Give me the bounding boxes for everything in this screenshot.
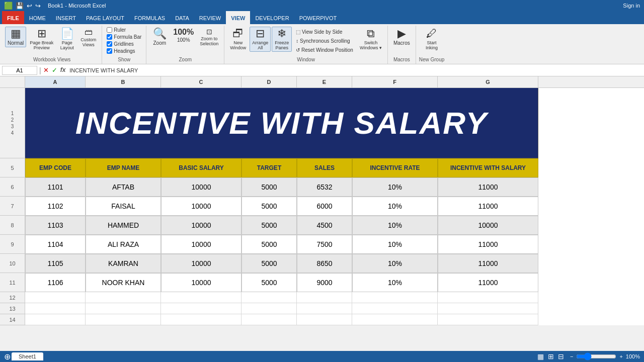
page-break-preview-button[interactable]: ⊞ Page BreakPreview [27, 27, 56, 52]
reset-window-button[interactable]: ↺ Reset Window Position [293, 46, 356, 54]
row-num-5[interactable]: 5 [0, 158, 25, 177]
cell-g13[interactable] [438, 303, 538, 314]
cell-d12[interactable] [242, 292, 297, 303]
cell-e12[interactable] [297, 292, 352, 303]
cell-b8[interactable]: HAMMED [86, 216, 161, 235]
cell-a14[interactable] [25, 314, 86, 325]
row-num-10[interactable]: 10 [0, 254, 25, 273]
tab-home[interactable]: HOME [24, 11, 51, 24]
row-num-8[interactable]: 8 [0, 216, 25, 235]
save-icon[interactable]: 💾 [16, 2, 24, 10]
cell-c10[interactable]: 10000 [161, 254, 242, 273]
cell-f14[interactable] [352, 314, 438, 325]
cell-c8[interactable]: 10000 [161, 216, 242, 235]
cell-b14[interactable] [86, 314, 161, 325]
cell-c12[interactable] [161, 292, 242, 303]
row-num-11[interactable]: 11 [0, 273, 25, 292]
headings-input[interactable] [107, 48, 112, 54]
cell-e8[interactable]: 4500 [297, 216, 352, 235]
tab-page-layout[interactable]: PAGE LAYOUT [81, 11, 129, 24]
cell-b12[interactable] [86, 292, 161, 303]
zoom-100-button[interactable]: 100% 100% [171, 27, 196, 44]
cell-e14[interactable] [297, 314, 352, 325]
cell-d7[interactable]: 5000 [242, 197, 297, 216]
cell-g11[interactable]: 11000 [438, 273, 538, 292]
start-inking-button[interactable]: 🖊 StartInking [422, 27, 442, 52]
cell-d9[interactable]: 5000 [242, 235, 297, 254]
cell-a10[interactable]: 1105 [25, 254, 86, 273]
sign-in-button[interactable]: Sign in [623, 3, 640, 9]
cell-b6[interactable]: AFTAB [86, 177, 161, 197]
cell-e11[interactable]: 9000 [297, 273, 352, 292]
cell-a6[interactable]: 1101 [25, 177, 86, 197]
formula-fx-icon[interactable]: fx [60, 66, 66, 74]
cell-a11[interactable]: 1106 [25, 273, 86, 292]
cell-f9[interactable]: 10% [352, 235, 438, 254]
zoom-button[interactable]: 🔍 Zoom [149, 27, 170, 47]
cell-f7[interactable]: 10% [352, 197, 438, 216]
col-header-d[interactable]: D [242, 76, 297, 87]
cell-c6[interactable]: 10000 [161, 177, 242, 197]
col-header-a[interactable]: A [25, 76, 86, 87]
cell-g10[interactable]: 11000 [438, 254, 538, 273]
cell-f12[interactable] [352, 292, 438, 303]
formula-bar-checkbox[interactable]: Formula Bar [105, 34, 143, 40]
tab-developer[interactable]: DEVELOPER [250, 11, 294, 24]
ruler-checkbox[interactable]: Ruler [105, 27, 143, 33]
header-emp-name[interactable]: EMP NAME [86, 158, 161, 177]
cell-e9[interactable]: 7500 [297, 235, 352, 254]
tab-review[interactable]: REVIEW [194, 11, 226, 24]
cell-d13[interactable] [242, 303, 297, 314]
cell-f6[interactable]: 10% [352, 177, 438, 197]
row-num-12[interactable]: 12 [0, 292, 25, 303]
row-num-7[interactable]: 7 [0, 197, 25, 216]
undo-icon[interactable]: ↩ [27, 2, 32, 10]
cell-g8[interactable]: 10000 [438, 216, 538, 235]
col-header-f[interactable]: F [352, 76, 438, 87]
header-basic-salary[interactable]: BASIC SALARY [161, 158, 242, 177]
header-emp-code[interactable]: EMP CODE [25, 158, 86, 177]
cell-c13[interactable] [161, 303, 242, 314]
col-header-g[interactable]: G [438, 76, 538, 87]
header-sales[interactable]: SALES [297, 158, 352, 177]
cell-f11[interactable]: 10% [352, 273, 438, 292]
tab-file[interactable]: FILE [2, 11, 24, 24]
view-side-by-side-button[interactable]: ⬚ View Side by Side [293, 28, 356, 36]
synchronous-scrolling-button[interactable]: ↕ Synchronous Scrolling [293, 37, 356, 45]
row-num-1-4[interactable]: 1234 [0, 88, 25, 158]
cell-c9[interactable]: 10000 [161, 235, 242, 254]
header-target[interactable]: TARGET [242, 158, 297, 177]
tab-formulas[interactable]: FORMULAS [129, 11, 170, 24]
cell-f10[interactable]: 10% [352, 254, 438, 273]
cell-c7[interactable]: 10000 [161, 197, 242, 216]
cell-c14[interactable] [161, 314, 242, 325]
redo-icon[interactable]: ↪ [35, 2, 41, 10]
cell-b11[interactable]: NOOR KHAN [86, 273, 161, 292]
cell-a9[interactable]: 1104 [25, 235, 86, 254]
gridlines-checkbox[interactable]: Gridlines [105, 41, 143, 47]
tab-insert[interactable]: INSERT [51, 11, 81, 24]
cell-a7[interactable]: 1102 [25, 197, 86, 216]
cell-d14[interactable] [242, 314, 297, 325]
cell-e13[interactable] [297, 303, 352, 314]
page-layout-button[interactable]: 📄 PageLayout [57, 27, 77, 52]
name-box[interactable] [2, 66, 37, 75]
cell-g12[interactable] [438, 292, 538, 303]
cell-b10[interactable]: KAMRAN [86, 254, 161, 273]
formula-bar-input[interactable] [107, 34, 112, 40]
cell-b9[interactable]: ALI RAZA [86, 235, 161, 254]
gridlines-input[interactable] [107, 41, 112, 47]
cell-d8[interactable]: 5000 [242, 216, 297, 235]
col-header-b[interactable]: B [86, 76, 161, 87]
tab-view[interactable]: VIEW [226, 11, 250, 24]
switch-windows-button[interactable]: ⧉ SwitchWindows ▾ [357, 27, 384, 52]
cell-f13[interactable] [352, 303, 438, 314]
cell-e6[interactable]: 6532 [297, 177, 352, 197]
normal-view-button[interactable]: ▦ Normal [5, 27, 26, 47]
tab-powerpivot[interactable]: POWERPIVOT [294, 11, 342, 24]
cell-g9[interactable]: 11000 [438, 235, 538, 254]
cell-c11[interactable]: 10000 [161, 273, 242, 292]
row-num-13[interactable]: 13 [0, 303, 25, 314]
cell-e7[interactable]: 6000 [297, 197, 352, 216]
cell-a13[interactable] [25, 303, 86, 314]
